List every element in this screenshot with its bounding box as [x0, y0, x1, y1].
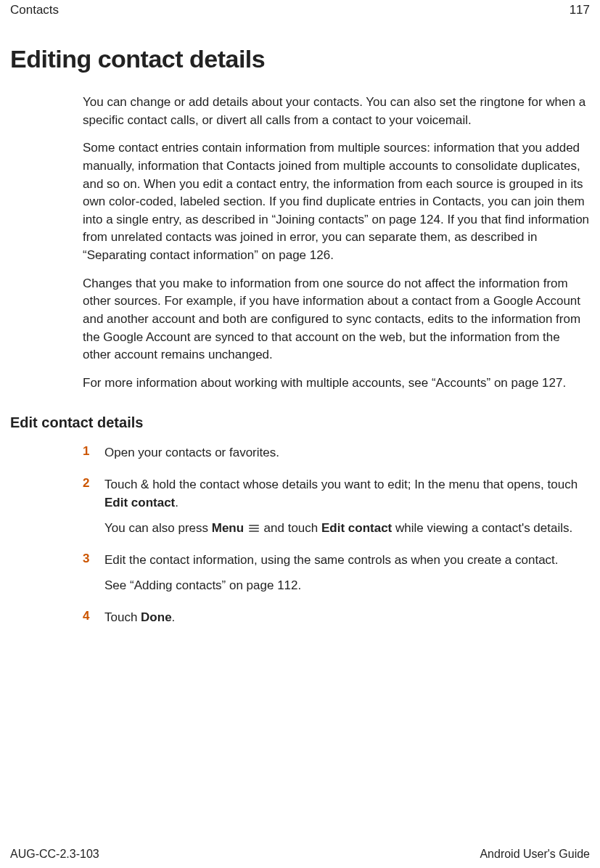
- step-item: 2 Touch & hold the contact whose details…: [83, 476, 590, 544]
- menu-icon: [249, 523, 259, 533]
- text-run: Touch & hold the contact whose details y…: [104, 478, 578, 491]
- intro-block: You can change or add details about your…: [10, 94, 590, 393]
- header-page-number: 117: [570, 3, 590, 17]
- section-subheading: Edit contact details: [10, 414, 590, 431]
- text-run: and touch: [260, 521, 321, 535]
- step-text: Touch Done.: [104, 609, 590, 627]
- step-text: Open your contacts or favorites.: [104, 444, 590, 462]
- footer-guide-name: Android User's Guide: [480, 848, 590, 861]
- step-body: Edit the contact information, using the …: [104, 552, 590, 602]
- step-item: 3 Edit the contact information, using th…: [83, 552, 590, 602]
- bold-text: Edit contact: [104, 496, 175, 509]
- step-text: See “Adding contacts” on page 112.: [104, 577, 590, 595]
- step-body: Touch Done.: [104, 609, 590, 634]
- text-run: You can also press: [104, 521, 212, 535]
- bold-text: Menu: [212, 521, 244, 535]
- bold-text: Done: [141, 610, 172, 624]
- text-run: .: [172, 610, 176, 624]
- page-title: Editing contact details: [10, 45, 590, 73]
- intro-paragraph: Some contact entries contain information…: [83, 139, 590, 264]
- bold-text: Edit contact: [321, 521, 392, 535]
- step-body: Touch & hold the contact whose details y…: [104, 476, 590, 544]
- text-run: while viewing a contact's details.: [392, 521, 572, 535]
- step-number: 1: [83, 444, 104, 470]
- header-section: Contacts: [10, 3, 59, 17]
- footer-doc-id: AUG-CC-2.3-103: [10, 848, 99, 861]
- step-text: You can also press Menu and touch Edit c…: [104, 520, 590, 538]
- step-item: 4 Touch Done.: [83, 609, 590, 634]
- steps-list: 1 Open your contacts or favorites. 2 Tou…: [10, 444, 590, 634]
- text-run: .: [175, 496, 178, 509]
- step-body: Open your contacts or favorites.: [104, 444, 590, 470]
- intro-paragraph: Changes that you make to information fro…: [83, 275, 590, 364]
- intro-paragraph: For more information about working with …: [83, 374, 590, 393]
- step-text: Edit the contact information, using the …: [104, 552, 590, 570]
- text-run: Touch: [104, 610, 141, 624]
- step-text: Touch & hold the contact whose details y…: [104, 476, 590, 512]
- intro-paragraph: You can change or add details about your…: [83, 94, 590, 129]
- page-main: Editing contact details You can change o…: [0, 23, 600, 634]
- step-item: 1 Open your contacts or favorites.: [83, 444, 590, 470]
- page-header: Contacts 117: [0, 0, 600, 23]
- step-number: 3: [83, 552, 104, 602]
- step-number: 2: [83, 476, 104, 544]
- step-number: 4: [83, 609, 104, 634]
- page-footer: AUG-CC-2.3-103 Android User's Guide: [10, 848, 590, 861]
